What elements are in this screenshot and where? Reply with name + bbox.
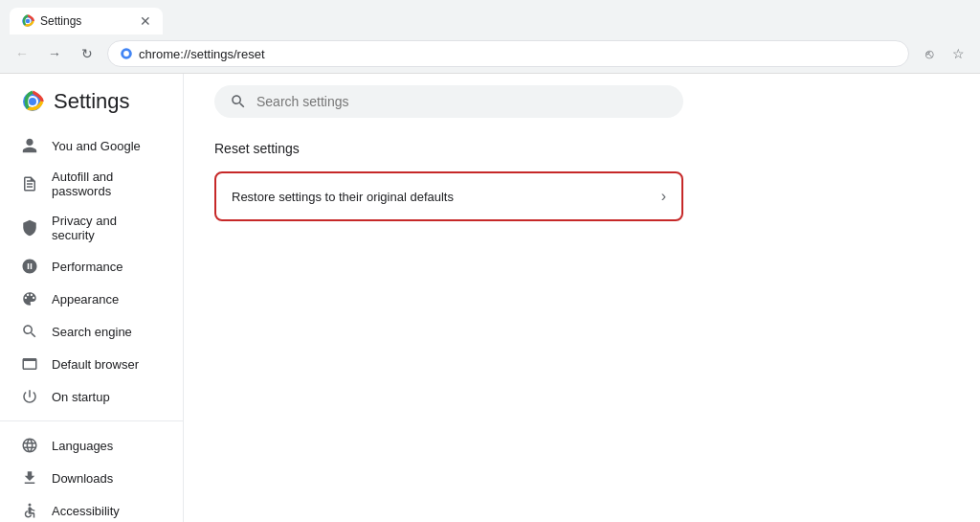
restore-settings-label: Restore settings to their original defau… <box>232 190 661 204</box>
power-icon <box>21 388 38 405</box>
sidebar-item-performance[interactable]: Performance <box>0 250 175 283</box>
back-button[interactable]: ← <box>10 41 34 66</box>
forward-button[interactable]: → <box>42 41 67 66</box>
tab-close-button[interactable]: ✕ <box>140 13 151 29</box>
sidebar-divider <box>0 420 183 421</box>
download-icon <box>21 469 38 487</box>
accessibility-icon <box>21 502 38 519</box>
speed-icon <box>21 258 38 275</box>
bookmark-button[interactable]: ☆ <box>946 41 970 66</box>
share-button[interactable]: ⎋ <box>917 41 942 66</box>
svg-point-4 <box>123 51 129 57</box>
sidebar-item-privacy[interactable]: Privacy and security <box>0 206 175 250</box>
search-container <box>184 74 980 118</box>
sidebar: Settings You and Google Autofill and pas… <box>0 74 184 522</box>
svg-point-7 <box>29 98 36 105</box>
active-tab[interactable]: Settings ✕ <box>10 8 163 34</box>
sidebar-label-accessibility: Accessibility <box>52 504 120 518</box>
restore-settings-card[interactable]: Restore settings to their original defau… <box>214 171 683 221</box>
browser-icon <box>21 355 38 373</box>
main-area: Reset settings Restore settings to their… <box>184 74 980 522</box>
sidebar-item-appearance[interactable]: Appearance <box>0 283 175 315</box>
palette-icon <box>21 290 38 307</box>
sidebar-label-autofill: Autofill and passwords <box>52 170 160 198</box>
sidebar-label-appearance: Appearance <box>52 292 119 306</box>
browser-chrome: Settings ✕ ← → ↻ chrome://settings/reset… <box>0 0 980 74</box>
sidebar-label-search-engine: Search engine <box>52 325 132 339</box>
search-bar-icon <box>230 93 247 110</box>
browser-toolbar: ← → ↻ chrome://settings/reset ⎋ ☆ <box>0 34 980 73</box>
description-icon <box>21 175 38 193</box>
address-text: chrome://settings/reset <box>139 47 265 61</box>
sidebar-item-you-and-google[interactable]: You and Google <box>0 129 175 162</box>
tab-bar: Settings ✕ <box>0 0 980 34</box>
search-icon <box>21 323 38 340</box>
sidebar-item-languages[interactable]: Languages <box>0 429 175 462</box>
sidebar-label-privacy: Privacy and security <box>52 214 160 242</box>
sidebar-label-languages: Languages <box>52 439 113 453</box>
svg-point-8 <box>29 504 32 507</box>
reload-button[interactable]: ↻ <box>75 41 100 66</box>
sidebar-item-autofill[interactable]: Autofill and passwords <box>0 162 175 206</box>
sidebar-item-on-startup[interactable]: On startup <box>0 380 175 413</box>
sidebar-item-search-engine[interactable]: Search engine <box>0 315 175 348</box>
search-bar-wrapper <box>214 85 683 118</box>
sidebar-item-default-browser[interactable]: Default browser <box>0 348 175 380</box>
tab-favicon <box>21 14 34 28</box>
section-title: Reset settings <box>214 141 949 156</box>
globe-icon <box>21 437 38 454</box>
sidebar-item-accessibility[interactable]: Accessibility <box>0 494 175 522</box>
main-content: Reset settings Restore settings to their… <box>184 118 980 522</box>
sidebar-label-on-startup: On startup <box>52 390 110 404</box>
sidebar-label-default-browser: Default browser <box>52 357 139 372</box>
chrome-logo-icon <box>21 90 44 113</box>
settings-title: Settings <box>0 89 183 129</box>
chevron-right-icon: › <box>661 188 666 205</box>
sidebar-item-downloads[interactable]: Downloads <box>0 462 175 494</box>
address-bar[interactable]: chrome://settings/reset <box>107 40 909 67</box>
tab-title: Settings <box>40 14 81 28</box>
shield-icon <box>21 219 38 237</box>
search-input[interactable] <box>256 94 668 109</box>
person-icon <box>21 137 38 154</box>
svg-point-2 <box>26 19 31 24</box>
sidebar-label-you-and-google: You and Google <box>52 139 141 153</box>
sidebar-label-downloads: Downloads <box>52 471 113 486</box>
toolbar-actions: ⎋ ☆ <box>917 41 970 66</box>
address-favicon <box>120 47 133 60</box>
sidebar-label-performance: Performance <box>52 260 122 274</box>
app-layout: Settings You and Google Autofill and pas… <box>0 74 980 522</box>
settings-title-text: Settings <box>54 89 130 114</box>
